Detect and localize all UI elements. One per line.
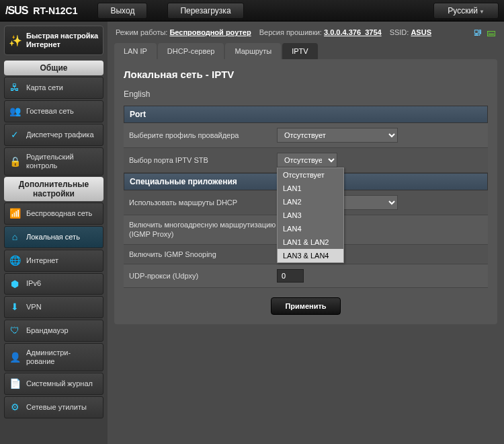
- sidebar-item-tools[interactable]: ⚙Сетевые утилиты: [4, 396, 103, 418]
- sidebar-item-traffic[interactable]: ✓Диспетчер трафика: [4, 124, 103, 146]
- sidebar-item-label: IPv6: [26, 279, 41, 288]
- stb-port-select[interactable]: Отсутствует: [277, 153, 337, 168]
- sidebar-item-label: VPN: [26, 303, 42, 311]
- sidebar-item-fw[interactable]: 🛡Брандмауэр: [4, 320, 103, 342]
- profile-select[interactable]: Отсутствует: [277, 128, 398, 143]
- stb-option[interactable]: LAN1: [278, 182, 343, 195]
- stb-port-label: Выбор порта IPTV STB: [129, 156, 208, 164]
- section-port: Port: [124, 106, 488, 123]
- igmp-snoop-label: Включить IGMP Snooping: [129, 250, 277, 259]
- sidebar-item-label: Администри-рование: [26, 348, 99, 366]
- dhcp-routes-label: Использовать маршруты DHCP: [129, 198, 277, 207]
- wan-icon: 🌐: [9, 255, 21, 266]
- map-icon: 🖧: [9, 82, 21, 94]
- sidebar-item-wireless[interactable]: 📶Беспроводная сеть: [4, 202, 103, 225]
- clients-icon[interactable]: 🖳: [473, 27, 482, 38]
- sidebar-item-guest[interactable]: 👥Гостевая сеть: [4, 100, 103, 122]
- udp-proxy-input[interactable]: [277, 269, 304, 283]
- tab-iptv[interactable]: IPTV: [282, 43, 317, 59]
- sidebar-item-map[interactable]: 🖧Карта сети: [4, 77, 103, 99]
- panel-title: Локальная сеть - IPTV: [124, 69, 488, 80]
- section-general: Общие: [4, 61, 103, 75]
- sidebar-item-lan[interactable]: ⌂Локальная сеть: [4, 226, 103, 248]
- brand-logo: /SUS: [5, 5, 28, 17]
- stb-option[interactable]: Отсутствует: [278, 168, 343, 182]
- quick-setup-label: Быстрая настройка Интернет: [26, 32, 99, 49]
- sidebar-item-ipv6[interactable]: ⬢IPv6: [4, 273, 103, 295]
- wand-icon: ✨: [9, 34, 22, 47]
- fw-version[interactable]: 3.0.0.4.376_3754: [324, 28, 382, 36]
- tools-icon: ⚙: [9, 402, 21, 413]
- sidebar-item-label: Гостевая сеть: [26, 107, 74, 116]
- sidebar-item-label: Системный журнал: [26, 379, 93, 388]
- tab-dhcp[interactable]: DHCP-сервер: [158, 43, 224, 59]
- sidebar-item-parental[interactable]: 🔒Родительский контроль: [4, 147, 103, 176]
- ipv6-icon: ⬢: [9, 279, 21, 290]
- sidebar-item-label: Сетевые утилиты: [26, 403, 87, 412]
- tab-route[interactable]: Маршруты: [225, 43, 281, 59]
- udp-proxy-label: UDP-прокси (Udpxy): [129, 271, 277, 281]
- reboot-button[interactable]: Перезагрузка: [167, 3, 243, 19]
- apply-button[interactable]: Применить: [271, 297, 340, 315]
- traffic-icon: ✓: [9, 129, 21, 141]
- log-icon: 📄: [9, 378, 21, 390]
- igmp-proxy-label: Включить многоадресную маршрутизацию (IG…: [129, 220, 277, 239]
- sidebar-item-wan[interactable]: 🌐Интернет: [4, 250, 103, 272]
- sidebar-item-log[interactable]: 📄Системный журнал: [4, 373, 103, 395]
- sidebar-item-label: Брандмауэр: [26, 326, 69, 335]
- sidebar-item-label: Интернет: [26, 256, 58, 265]
- parental-icon: 🔒: [9, 156, 21, 168]
- stb-option[interactable]: LAN2: [278, 195, 343, 209]
- guest-icon: 👥: [9, 106, 21, 117]
- logout-button[interactable]: Выход: [97, 3, 147, 19]
- sidebar-item-label: Диспетчер трафика: [26, 131, 94, 139]
- sidebar-item-label: Локальная сеть: [26, 233, 80, 242]
- profile-label: Выберите профиль провайдера: [129, 131, 277, 140]
- language-select[interactable]: Русский: [433, 3, 499, 19]
- stb-option[interactable]: LAN4: [278, 222, 343, 235]
- panel-subtitle: English: [124, 89, 488, 99]
- tab-lanip[interactable]: LAN IP: [114, 43, 157, 59]
- wireless-icon: 📶: [9, 208, 21, 219]
- stb-option[interactable]: LAN3: [278, 209, 343, 222]
- ssid-link[interactable]: ASUS: [411, 28, 431, 36]
- quick-setup-button[interactable]: ✨ Быстрая настройка Интернет: [4, 26, 103, 55]
- fw-icon: 🛡: [9, 325, 21, 336]
- stb-option[interactable]: LAN1 & LAN2: [278, 235, 343, 249]
- admin-icon: 👤: [9, 352, 21, 363]
- op-mode[interactable]: Беспроводной роутер: [169, 28, 251, 36]
- sidebar-item-label: Родительский контроль: [26, 153, 99, 170]
- vpn-icon: ⬇: [9, 301, 21, 313]
- usb-icon[interactable]: 🖴: [487, 27, 496, 38]
- section-advanced: Дополнительные настройки: [4, 177, 103, 201]
- lan-icon: ⌂: [9, 231, 21, 243]
- sidebar-item-vpn[interactable]: ⬇VPN: [4, 296, 103, 318]
- stb-option[interactable]: LAN3 & LAN4: [278, 249, 343, 262]
- model-label: RT-N12C1: [33, 5, 77, 16]
- info-bar: Режим работы: Беспроводной роутер Версия…: [108, 22, 504, 43]
- sidebar-item-admin[interactable]: 👤Администри-рование: [4, 343, 103, 371]
- sidebar: ✨ Быстрая настройка Интернет Общие 🖧Карт…: [0, 22, 108, 444]
- sidebar-item-label: Карта сети: [26, 83, 63, 92]
- sidebar-item-label: Беспроводная сеть: [26, 209, 92, 218]
- stb-port-dropdown: ОтсутствуетLAN1LAN2LAN3LAN4LAN1 & LAN2LA…: [277, 168, 344, 263]
